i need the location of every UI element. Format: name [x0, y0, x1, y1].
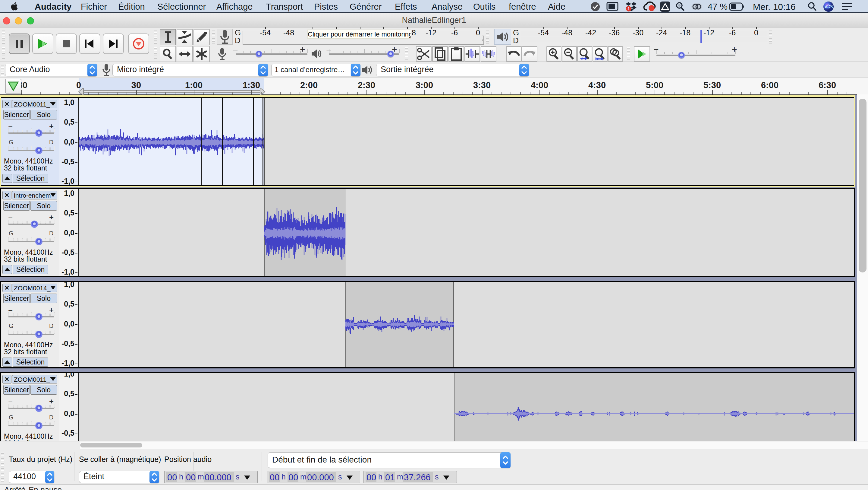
svg-text:1: 1	[627, 6, 630, 11]
